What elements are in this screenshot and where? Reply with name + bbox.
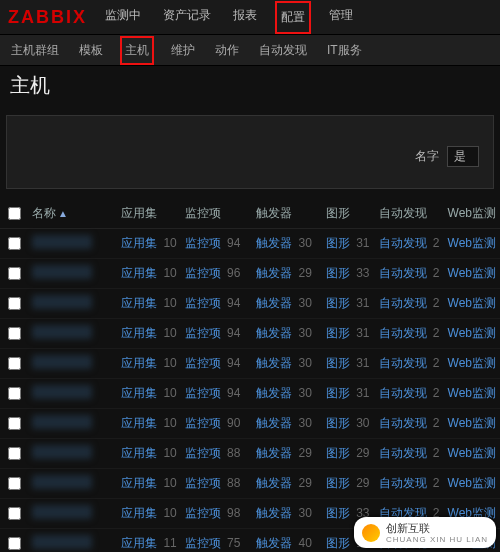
apps-link[interactable]: 应用集	[121, 536, 157, 550]
graphs-link[interactable]: 图形	[326, 326, 350, 340]
graphs-link[interactable]: 图形	[326, 236, 350, 250]
discovery-link[interactable]: 自动发现	[379, 326, 427, 340]
col-triggers[interactable]: 触发器	[252, 199, 322, 229]
discovery-link[interactable]: 自动发现	[379, 416, 427, 430]
items-link[interactable]: 监控项	[185, 236, 221, 250]
host-name[interactable]	[32, 235, 92, 249]
triggers-link[interactable]: 触发器	[256, 416, 292, 430]
graphs-link[interactable]: 图形	[326, 536, 350, 550]
discovery-link[interactable]: 自动发现	[379, 446, 427, 460]
web-link[interactable]: Web监测	[448, 326, 496, 340]
items-link[interactable]: 监控项	[185, 536, 221, 550]
web-link[interactable]: Web监测	[448, 386, 496, 400]
discovery-link[interactable]: 自动发现	[379, 476, 427, 490]
host-name[interactable]	[32, 295, 92, 309]
subnav-维护[interactable]: 维护	[168, 38, 198, 63]
subnav-模板[interactable]: 模板	[76, 38, 106, 63]
apps-link[interactable]: 应用集	[121, 356, 157, 370]
items-link[interactable]: 监控项	[185, 476, 221, 490]
triggers-link[interactable]: 触发器	[256, 356, 292, 370]
row-checkbox[interactable]	[8, 537, 21, 550]
items-link[interactable]: 监控项	[185, 296, 221, 310]
triggers-link[interactable]: 触发器	[256, 476, 292, 490]
web-link[interactable]: Web监测	[448, 266, 496, 280]
graphs-link[interactable]: 图形	[326, 416, 350, 430]
subnav-主机群组[interactable]: 主机群组	[8, 38, 62, 63]
col-name[interactable]: 名称▲	[28, 199, 117, 229]
triggers-link[interactable]: 触发器	[256, 446, 292, 460]
items-link[interactable]: 监控项	[185, 356, 221, 370]
items-link[interactable]: 监控项	[185, 386, 221, 400]
host-name[interactable]	[32, 445, 92, 459]
graphs-link[interactable]: 图形	[326, 506, 350, 520]
subnav-IT服务[interactable]: IT服务	[324, 38, 365, 63]
row-checkbox[interactable]	[8, 267, 21, 280]
graphs-link[interactable]: 图形	[326, 356, 350, 370]
web-link[interactable]: Web监测	[448, 446, 496, 460]
triggers-link[interactable]: 触发器	[256, 506, 292, 520]
host-name[interactable]	[32, 385, 92, 399]
apps-link[interactable]: 应用集	[121, 446, 157, 460]
subnav-动作[interactable]: 动作	[212, 38, 242, 63]
graphs-link[interactable]: 图形	[326, 296, 350, 310]
topnav-配置[interactable]: 配置	[275, 1, 311, 34]
discovery-link[interactable]: 自动发现	[379, 356, 427, 370]
row-checkbox[interactable]	[8, 447, 21, 460]
apps-link[interactable]: 应用集	[121, 506, 157, 520]
web-link[interactable]: Web监测	[448, 296, 496, 310]
triggers-link[interactable]: 触发器	[256, 266, 292, 280]
discovery-link[interactable]: 自动发现	[379, 386, 427, 400]
discovery-link[interactable]: 自动发现	[379, 296, 427, 310]
row-checkbox[interactable]	[8, 477, 21, 490]
web-link[interactable]: Web监测	[448, 476, 496, 490]
row-checkbox[interactable]	[8, 357, 21, 370]
col-graphs[interactable]: 图形	[322, 199, 375, 229]
triggers-link[interactable]: 触发器	[256, 536, 292, 550]
discovery-link[interactable]: 自动发现	[379, 266, 427, 280]
col-web[interactable]: Web监测	[444, 199, 500, 229]
row-checkbox[interactable]	[8, 417, 21, 430]
col-discovery[interactable]: 自动发现	[375, 199, 444, 229]
graphs-link[interactable]: 图形	[326, 476, 350, 490]
subnav-主机[interactable]: 主机	[120, 36, 154, 65]
items-link[interactable]: 监控项	[185, 416, 221, 430]
web-link[interactable]: Web监测	[448, 416, 496, 430]
row-checkbox[interactable]	[8, 237, 21, 250]
select-all-checkbox[interactable]	[8, 207, 21, 220]
host-name[interactable]	[32, 505, 92, 519]
col-apps[interactable]: 应用集	[117, 199, 181, 229]
host-name[interactable]	[32, 265, 92, 279]
triggers-link[interactable]: 触发器	[256, 236, 292, 250]
row-checkbox[interactable]	[8, 507, 21, 520]
apps-link[interactable]: 应用集	[121, 386, 157, 400]
host-name[interactable]	[32, 355, 92, 369]
triggers-link[interactable]: 触发器	[256, 326, 292, 340]
topnav-监测中[interactable]: 监测中	[101, 1, 145, 34]
items-link[interactable]: 监控项	[185, 266, 221, 280]
apps-link[interactable]: 应用集	[121, 296, 157, 310]
filter-value[interactable]: 是	[447, 146, 479, 167]
row-checkbox[interactable]	[8, 327, 21, 340]
items-link[interactable]: 监控项	[185, 446, 221, 460]
subnav-自动发现[interactable]: 自动发现	[256, 38, 310, 63]
apps-link[interactable]: 应用集	[121, 476, 157, 490]
apps-link[interactable]: 应用集	[121, 326, 157, 340]
web-link[interactable]: Web监测	[448, 356, 496, 370]
row-checkbox[interactable]	[8, 297, 21, 310]
host-name[interactable]	[32, 535, 92, 549]
apps-link[interactable]: 应用集	[121, 416, 157, 430]
row-checkbox[interactable]	[8, 387, 21, 400]
graphs-link[interactable]: 图形	[326, 266, 350, 280]
topnav-报表[interactable]: 报表	[229, 1, 261, 34]
triggers-link[interactable]: 触发器	[256, 296, 292, 310]
graphs-link[interactable]: 图形	[326, 386, 350, 400]
graphs-link[interactable]: 图形	[326, 446, 350, 460]
discovery-link[interactable]: 自动发现	[379, 236, 427, 250]
col-items[interactable]: 监控项	[181, 199, 252, 229]
host-name[interactable]	[32, 325, 92, 339]
items-link[interactable]: 监控项	[185, 506, 221, 520]
apps-link[interactable]: 应用集	[121, 266, 157, 280]
host-name[interactable]	[32, 475, 92, 489]
topnav-管理[interactable]: 管理	[325, 1, 357, 34]
items-link[interactable]: 监控项	[185, 326, 221, 340]
